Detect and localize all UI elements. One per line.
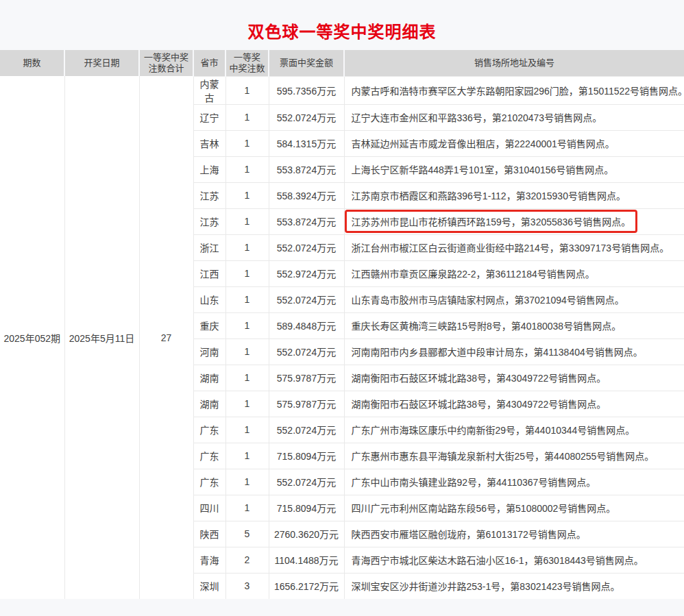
- amount-cell: 1656.2172万元: [269, 573, 344, 599]
- province-cell: 河南: [193, 338, 225, 365]
- amount-cell: 1104.1488万元: [269, 547, 344, 573]
- address-cell: 浙江台州市椒江区白云街道商业街经中路214号，第33097173号销售网点。: [344, 234, 684, 260]
- address-cell: 山东青岛市胶州市马店镇陆家村网点，第37021094号销售网点。: [344, 286, 684, 312]
- province-cell: 山东: [193, 286, 225, 312]
- address-cell: 内蒙古呼和浩特市赛罕区大学东路朝阳家园296门脸，第15011522号销售网点。: [344, 76, 684, 104]
- amount-cell: 715.8094万元: [269, 443, 344, 469]
- col-header-amount: 票面中奖金额: [269, 50, 344, 76]
- address-cell: 四川广元市利州区南站路东段56号，第51080002号销售网点。: [344, 495, 684, 521]
- count-cell: 1: [225, 234, 269, 260]
- province-cell: 青海: [193, 547, 225, 573]
- count-cell: 1: [225, 130, 269, 156]
- province-cell: 江西: [193, 260, 225, 286]
- address-cell: 青海西宁市城北区柴达木路石油小区16-1，第63018443号销售网点。: [344, 547, 684, 573]
- amount-cell: 595.7356万元: [269, 76, 344, 104]
- total-count-cell: 27: [139, 76, 193, 599]
- count-cell: 1: [225, 104, 269, 130]
- col-header-period: 期数: [0, 50, 64, 76]
- amount-cell: 552.0724万元: [269, 469, 344, 495]
- address-cell: 深圳宝安区沙井街道沙井路253-1号，第83021423号销售网点。: [344, 573, 684, 599]
- count-cell: 1: [225, 312, 269, 338]
- count-cell: 1: [225, 443, 269, 469]
- province-cell: 深圳: [193, 573, 225, 599]
- address-cell: 江苏南京市栖霞区和燕路396号1-112，第32015930号销售网点。: [344, 182, 684, 208]
- count-cell: 1: [225, 469, 269, 495]
- table-row: 2025年052期 2025年5月11日 27 内蒙古 1 595.7356万元…: [0, 76, 684, 104]
- col-header-draw-date: 开奖日期: [64, 50, 139, 76]
- amount-cell: 584.1315万元: [269, 130, 344, 156]
- address-cell: 湖南衡阳市石鼓区环城北路38号，第43049722号销售网点。: [344, 391, 684, 417]
- prize-table: 期数 开奖日期 一等奖中奖 注数合计 省市 一等奖 中奖注数 票面中奖金额 销售…: [0, 50, 684, 599]
- province-cell: 陕西: [193, 521, 225, 547]
- address-cell: 上海长宁区新华路448弄1号101室，第31040156号销售网点。: [344, 156, 684, 182]
- address-cell: 河南南阳市内乡县郦都大道中段审计局东，第41138404号销售网点。: [344, 338, 684, 365]
- address-cell: 吉林延边州延吉市威龙音像出租店，第22240001号销售网点。: [344, 130, 684, 156]
- amount-cell: 553.8724万元: [269, 156, 344, 182]
- col-header-count: 一等奖 中奖注数: [225, 50, 269, 76]
- amount-cell: 589.4848万元: [269, 312, 344, 338]
- count-cell: 2: [225, 547, 269, 573]
- amount-cell: 552.0724万元: [269, 417, 344, 443]
- amount-cell: 2760.3620万元: [269, 521, 344, 547]
- address-cell: 江西赣州市章贡区廉泉路22-2，第36112184号销售网点。: [344, 260, 684, 286]
- province-cell: 上海: [193, 156, 225, 182]
- amount-cell: 552.0724万元: [269, 338, 344, 365]
- amount-cell: 575.9787万元: [269, 391, 344, 417]
- province-cell: 江苏: [193, 182, 225, 208]
- amount-cell: 552.0724万元: [269, 104, 344, 130]
- col-header-total-count: 一等奖中奖 注数合计: [139, 50, 193, 76]
- count-cell: 1: [225, 391, 269, 417]
- count-cell: 1: [225, 365, 269, 391]
- amount-cell: 552.0724万元: [269, 234, 344, 260]
- amount-cell: 575.9787万元: [269, 365, 344, 391]
- col-header-address: 销售场所地址及编号: [344, 50, 684, 76]
- col-header-province: 省市: [193, 50, 225, 76]
- count-cell: 1: [225, 182, 269, 208]
- highlighted-address-box: 江苏苏州市昆山市花桥镇西环路159号，第32055836号销售网点。: [345, 210, 638, 233]
- province-cell: 广东: [193, 443, 225, 469]
- address-cell: 辽宁大连市金州区和平路336号，第21020473号销售网点。: [344, 104, 684, 130]
- count-cell: 1: [225, 156, 269, 182]
- address-cell: 江苏苏州市昆山市花桥镇西环路159号，第32055836号销售网点。: [344, 208, 684, 234]
- count-cell: 1: [225, 76, 269, 104]
- address-cell: 广东广州市海珠区康乐中约南新街29号，第44010344号销售网点。: [344, 417, 684, 443]
- address-cell: 湖南衡阳市石鼓区环城北路38号，第43049722号销售网点。: [344, 365, 684, 391]
- amount-cell: 558.3924万元: [269, 182, 344, 208]
- address-cell: 广东惠州市惠东县平海镇龙泉新村大街25号，第44080255号销售网点。: [344, 443, 684, 469]
- province-cell: 江苏: [193, 208, 225, 234]
- count-cell: 1: [225, 286, 269, 312]
- province-cell: 内蒙古: [193, 76, 225, 104]
- province-cell: 广东: [193, 469, 225, 495]
- amount-cell: 715.8094万元: [269, 495, 344, 521]
- province-cell: 浙江: [193, 234, 225, 260]
- count-cell: 5: [225, 521, 269, 547]
- count-cell: 1: [225, 417, 269, 443]
- province-cell: 重庆: [193, 312, 225, 338]
- period-cell: 2025年052期: [0, 76, 64, 599]
- province-cell: 湖南: [193, 365, 225, 391]
- province-cell: 吉林: [193, 130, 225, 156]
- count-cell: 1: [225, 260, 269, 286]
- count-cell: 3: [225, 573, 269, 599]
- province-cell: 辽宁: [193, 104, 225, 130]
- count-cell: 1: [225, 208, 269, 234]
- page-title: 双色球一等奖中奖明细表: [0, 0, 684, 50]
- amount-cell: 552.0724万元: [269, 286, 344, 312]
- address-cell: 广东中山市南头镇建业路92号，第44110367号销售网点。: [344, 469, 684, 495]
- draw-date-cell: 2025年5月11日: [64, 76, 139, 599]
- province-cell: 四川: [193, 495, 225, 521]
- amount-cell: 553.8724万元: [269, 208, 344, 234]
- province-cell: 湖南: [193, 391, 225, 417]
- amount-cell: 552.9724万元: [269, 260, 344, 286]
- address-cell: 陕西西安市雁塔区融创珑府，第61013172号销售网点。: [344, 521, 684, 547]
- count-cell: 1: [225, 495, 269, 521]
- table-header-row: 期数 开奖日期 一等奖中奖 注数合计 省市 一等奖 中奖注数 票面中奖金额 销售…: [0, 50, 684, 76]
- province-cell: 广东: [193, 417, 225, 443]
- address-cell: 重庆长寿区黄桷湾三峡路15号附8号，第40180038号销售网点。: [344, 312, 684, 338]
- count-cell: 1: [225, 338, 269, 365]
